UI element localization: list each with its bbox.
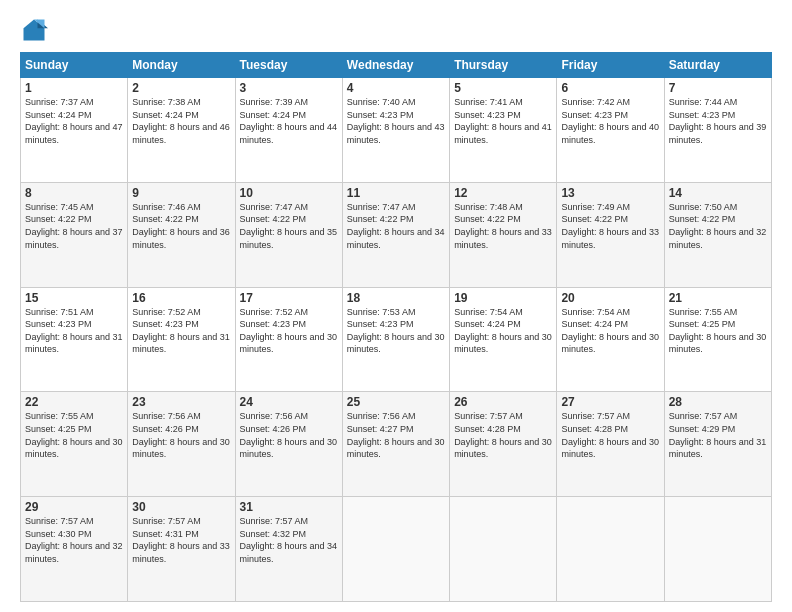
day-info: Sunrise: 7:53 AMSunset: 4:23 PMDaylight:… xyxy=(347,307,445,355)
week-row-3: 22 Sunrise: 7:55 AMSunset: 4:25 PMDaylig… xyxy=(21,392,772,497)
day-info: Sunrise: 7:57 AMSunset: 4:28 PMDaylight:… xyxy=(561,411,659,459)
week-row-0: 1 Sunrise: 7:37 AMSunset: 4:24 PMDayligh… xyxy=(21,78,772,183)
calendar-cell: 26 Sunrise: 7:57 AMSunset: 4:28 PMDaylig… xyxy=(450,392,557,497)
header xyxy=(20,16,772,44)
calendar-cell: 2 Sunrise: 7:38 AMSunset: 4:24 PMDayligh… xyxy=(128,78,235,183)
calendar-cell: 18 Sunrise: 7:53 AMSunset: 4:23 PMDaylig… xyxy=(342,287,449,392)
day-info: Sunrise: 7:54 AMSunset: 4:24 PMDaylight:… xyxy=(561,307,659,355)
day-info: Sunrise: 7:56 AMSunset: 4:27 PMDaylight:… xyxy=(347,411,445,459)
day-number: 2 xyxy=(132,81,230,95)
calendar-cell: 13 Sunrise: 7:49 AMSunset: 4:22 PMDaylig… xyxy=(557,182,664,287)
calendar-cell: 7 Sunrise: 7:44 AMSunset: 4:23 PMDayligh… xyxy=(664,78,771,183)
day-number: 12 xyxy=(454,186,552,200)
day-info: Sunrise: 7:46 AMSunset: 4:22 PMDaylight:… xyxy=(132,202,230,250)
calendar-cell: 22 Sunrise: 7:55 AMSunset: 4:25 PMDaylig… xyxy=(21,392,128,497)
calendar-cell xyxy=(450,497,557,602)
calendar-cell xyxy=(342,497,449,602)
day-info: Sunrise: 7:39 AMSunset: 4:24 PMDaylight:… xyxy=(240,97,338,145)
day-info: Sunrise: 7:48 AMSunset: 4:22 PMDaylight:… xyxy=(454,202,552,250)
calendar-cell: 20 Sunrise: 7:54 AMSunset: 4:24 PMDaylig… xyxy=(557,287,664,392)
day-info: Sunrise: 7:40 AMSunset: 4:23 PMDaylight:… xyxy=(347,97,445,145)
calendar-cell: 30 Sunrise: 7:57 AMSunset: 4:31 PMDaylig… xyxy=(128,497,235,602)
header-monday: Monday xyxy=(128,53,235,78)
day-info: Sunrise: 7:41 AMSunset: 4:23 PMDaylight:… xyxy=(454,97,552,145)
calendar-cell: 12 Sunrise: 7:48 AMSunset: 4:22 PMDaylig… xyxy=(450,182,557,287)
day-number: 22 xyxy=(25,395,123,409)
calendar-cell: 27 Sunrise: 7:57 AMSunset: 4:28 PMDaylig… xyxy=(557,392,664,497)
day-info: Sunrise: 7:47 AMSunset: 4:22 PMDaylight:… xyxy=(347,202,445,250)
calendar-cell: 4 Sunrise: 7:40 AMSunset: 4:23 PMDayligh… xyxy=(342,78,449,183)
day-number: 20 xyxy=(561,291,659,305)
calendar-cell: 31 Sunrise: 7:57 AMSunset: 4:32 PMDaylig… xyxy=(235,497,342,602)
day-info: Sunrise: 7:51 AMSunset: 4:23 PMDaylight:… xyxy=(25,307,123,355)
calendar-cell: 3 Sunrise: 7:39 AMSunset: 4:24 PMDayligh… xyxy=(235,78,342,183)
calendar-cell: 25 Sunrise: 7:56 AMSunset: 4:27 PMDaylig… xyxy=(342,392,449,497)
day-info: Sunrise: 7:57 AMSunset: 4:31 PMDaylight:… xyxy=(132,516,230,564)
day-info: Sunrise: 7:38 AMSunset: 4:24 PMDaylight:… xyxy=(132,97,230,145)
day-info: Sunrise: 7:57 AMSunset: 4:32 PMDaylight:… xyxy=(240,516,338,564)
day-number: 5 xyxy=(454,81,552,95)
day-number: 7 xyxy=(669,81,767,95)
day-number: 10 xyxy=(240,186,338,200)
calendar-cell: 19 Sunrise: 7:54 AMSunset: 4:24 PMDaylig… xyxy=(450,287,557,392)
day-number: 27 xyxy=(561,395,659,409)
day-number: 23 xyxy=(132,395,230,409)
day-number: 16 xyxy=(132,291,230,305)
day-number: 29 xyxy=(25,500,123,514)
day-info: Sunrise: 7:37 AMSunset: 4:24 PMDaylight:… xyxy=(25,97,123,145)
day-info: Sunrise: 7:57 AMSunset: 4:30 PMDaylight:… xyxy=(25,516,123,564)
week-row-1: 8 Sunrise: 7:45 AMSunset: 4:22 PMDayligh… xyxy=(21,182,772,287)
day-number: 25 xyxy=(347,395,445,409)
calendar-table: SundayMondayTuesdayWednesdayThursdayFrid… xyxy=(20,52,772,602)
header-sunday: Sunday xyxy=(21,53,128,78)
day-number: 15 xyxy=(25,291,123,305)
day-info: Sunrise: 7:45 AMSunset: 4:22 PMDaylight:… xyxy=(25,202,123,250)
day-number: 26 xyxy=(454,395,552,409)
header-thursday: Thursday xyxy=(450,53,557,78)
day-number: 18 xyxy=(347,291,445,305)
day-info: Sunrise: 7:47 AMSunset: 4:22 PMDaylight:… xyxy=(240,202,338,250)
logo-icon xyxy=(20,16,48,44)
calendar-cell: 1 Sunrise: 7:37 AMSunset: 4:24 PMDayligh… xyxy=(21,78,128,183)
day-number: 11 xyxy=(347,186,445,200)
header-wednesday: Wednesday xyxy=(342,53,449,78)
day-number: 13 xyxy=(561,186,659,200)
day-number: 21 xyxy=(669,291,767,305)
day-info: Sunrise: 7:52 AMSunset: 4:23 PMDaylight:… xyxy=(240,307,338,355)
calendar-cell: 24 Sunrise: 7:56 AMSunset: 4:26 PMDaylig… xyxy=(235,392,342,497)
header-saturday: Saturday xyxy=(664,53,771,78)
day-number: 28 xyxy=(669,395,767,409)
day-info: Sunrise: 7:56 AMSunset: 4:26 PMDaylight:… xyxy=(240,411,338,459)
calendar-cell: 21 Sunrise: 7:55 AMSunset: 4:25 PMDaylig… xyxy=(664,287,771,392)
day-info: Sunrise: 7:55 AMSunset: 4:25 PMDaylight:… xyxy=(25,411,123,459)
day-info: Sunrise: 7:55 AMSunset: 4:25 PMDaylight:… xyxy=(669,307,767,355)
calendar-cell: 5 Sunrise: 7:41 AMSunset: 4:23 PMDayligh… xyxy=(450,78,557,183)
day-info: Sunrise: 7:44 AMSunset: 4:23 PMDaylight:… xyxy=(669,97,767,145)
header-row: SundayMondayTuesdayWednesdayThursdayFrid… xyxy=(21,53,772,78)
day-info: Sunrise: 7:57 AMSunset: 4:29 PMDaylight:… xyxy=(669,411,767,459)
week-row-2: 15 Sunrise: 7:51 AMSunset: 4:23 PMDaylig… xyxy=(21,287,772,392)
page: SundayMondayTuesdayWednesdayThursdayFrid… xyxy=(0,0,792,612)
day-info: Sunrise: 7:42 AMSunset: 4:23 PMDaylight:… xyxy=(561,97,659,145)
day-number: 9 xyxy=(132,186,230,200)
day-info: Sunrise: 7:56 AMSunset: 4:26 PMDaylight:… xyxy=(132,411,230,459)
calendar-cell: 14 Sunrise: 7:50 AMSunset: 4:22 PMDaylig… xyxy=(664,182,771,287)
calendar-cell: 6 Sunrise: 7:42 AMSunset: 4:23 PMDayligh… xyxy=(557,78,664,183)
calendar-cell: 9 Sunrise: 7:46 AMSunset: 4:22 PMDayligh… xyxy=(128,182,235,287)
week-row-4: 29 Sunrise: 7:57 AMSunset: 4:30 PMDaylig… xyxy=(21,497,772,602)
calendar-cell: 28 Sunrise: 7:57 AMSunset: 4:29 PMDaylig… xyxy=(664,392,771,497)
day-number: 3 xyxy=(240,81,338,95)
calendar-cell: 29 Sunrise: 7:57 AMSunset: 4:30 PMDaylig… xyxy=(21,497,128,602)
calendar-cell: 15 Sunrise: 7:51 AMSunset: 4:23 PMDaylig… xyxy=(21,287,128,392)
day-number: 24 xyxy=(240,395,338,409)
calendar-cell: 16 Sunrise: 7:52 AMSunset: 4:23 PMDaylig… xyxy=(128,287,235,392)
calendar-cell: 10 Sunrise: 7:47 AMSunset: 4:22 PMDaylig… xyxy=(235,182,342,287)
calendar-cell xyxy=(557,497,664,602)
day-number: 8 xyxy=(25,186,123,200)
day-info: Sunrise: 7:50 AMSunset: 4:22 PMDaylight:… xyxy=(669,202,767,250)
day-info: Sunrise: 7:49 AMSunset: 4:22 PMDaylight:… xyxy=(561,202,659,250)
day-number: 19 xyxy=(454,291,552,305)
day-info: Sunrise: 7:54 AMSunset: 4:24 PMDaylight:… xyxy=(454,307,552,355)
day-number: 4 xyxy=(347,81,445,95)
calendar-cell: 11 Sunrise: 7:47 AMSunset: 4:22 PMDaylig… xyxy=(342,182,449,287)
